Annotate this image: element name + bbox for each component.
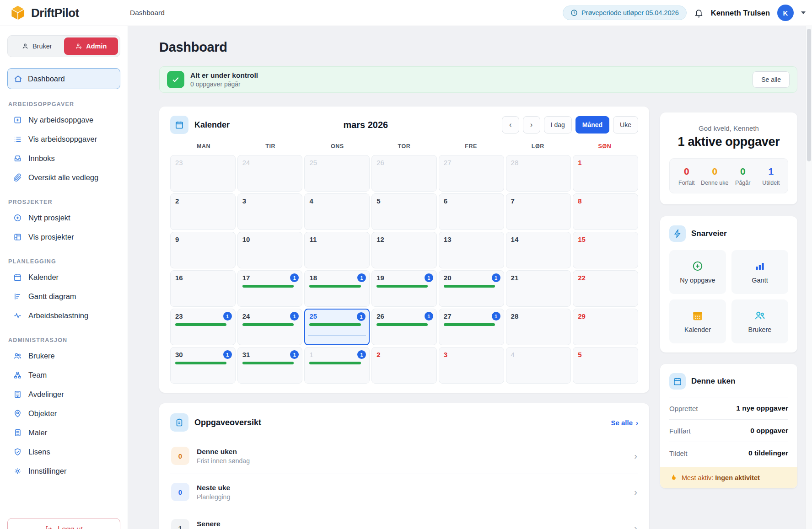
calendar-day-23-adjacent[interactable]: 23 — [170, 155, 236, 192]
this-week-card: Denne uken Opprettet1 nye oppgaverFullfø… — [660, 364, 797, 488]
calendar-day-25-adjacent[interactable]: 25 — [304, 155, 370, 192]
sidebar-item-nytt-prosjekt[interactable]: Nytt prosjekt — [7, 208, 120, 227]
calendar-day-14[interactable]: 14 — [506, 232, 571, 268]
sidebar-section-title: ADMINISTRASJON — [8, 337, 120, 343]
avatar[interactable]: K — [777, 5, 794, 21]
calendar-day-5[interactable]: 5 — [371, 193, 437, 230]
calendar-day-18[interactable]: 181 — [304, 270, 370, 307]
calendar-day-8[interactable]: 8 — [573, 193, 638, 230]
shortcut-gantt[interactable]: Gantt — [731, 250, 788, 294]
calendar-day-21[interactable]: 21 — [506, 270, 571, 307]
calendar-day-31[interactable]: 311 — [237, 347, 303, 384]
calendar-day-4[interactable]: 4 — [304, 193, 370, 230]
sidebar-item-lisens[interactable]: Lisens — [7, 442, 120, 461]
calendar-day-22[interactable]: 22 — [573, 270, 638, 307]
calendar-weekday-row: MANTIRONSTORFRELØRSØN — [170, 143, 638, 150]
calendar-day-1[interactable]: 1 — [573, 155, 638, 192]
calendar-day-27[interactable]: 271 — [439, 309, 504, 345]
calendar-day-23[interactable]: 231 — [170, 309, 236, 345]
calendar-day-2[interactable]: 2 — [170, 193, 236, 230]
sidebar-item-arbeidsbelastning[interactable]: Arbeidsbelastning — [7, 306, 120, 325]
sidebar-item-team[interactable]: Team — [7, 365, 120, 385]
shortcut-kalender[interactable]: Kalender — [669, 299, 726, 343]
sidebar-item-brukere[interactable]: Brukere — [7, 346, 120, 365]
calendar-day-25[interactable]: 251 — [304, 309, 370, 345]
calendar-day-20[interactable]: 201 — [439, 270, 504, 307]
task-duration-bar — [444, 285, 495, 288]
calendar-day-11[interactable]: 11 — [304, 232, 370, 268]
calendar-day-26[interactable]: 261 — [371, 309, 437, 345]
sidebar-item-objekter[interactable]: Objekter — [7, 404, 120, 423]
task-overview-row-senere[interactable]: 1SenereFremtidige oppgaver› — [170, 510, 638, 529]
sidebar-item-dashboard[interactable]: Dashboard — [7, 68, 120, 89]
calendar-day-24[interactable]: 241 — [237, 309, 303, 345]
brand-logo[interactable]: DriftPilot — [9, 4, 124, 21]
calendar-day-4-adjacent[interactable]: 4 — [506, 347, 571, 384]
calendar-day-7[interactable]: 7 — [506, 193, 571, 230]
sidebar-item-innboks[interactable]: Innboks — [7, 149, 120, 168]
calendar-day-3[interactable]: 3 — [237, 193, 303, 230]
sidebar-item-ny-arbeidsoppgave[interactable]: Ny arbeidsoppgave — [7, 110, 120, 129]
sidebar-item-maler[interactable]: Maler — [7, 423, 120, 442]
calendar-day-16[interactable]: 16 — [170, 270, 236, 307]
stat-utildelt: 1Utildelt — [757, 166, 785, 187]
calendar-day-27-adjacent[interactable]: 27 — [439, 155, 504, 192]
day-number: 7 — [511, 197, 566, 205]
calendar-month-view-button[interactable]: Måned — [575, 116, 609, 134]
task-overview-see-all-link[interactable]: Se alle › — [611, 419, 638, 427]
banner-subtitle: 0 oppgaver pågår — [190, 80, 258, 88]
sidebar-item-gantt-diagram[interactable]: Gantt diagram — [7, 287, 120, 306]
shortcuts-card: Snarveier Ny oppgaveGanttKalenderBrukere — [660, 216, 797, 353]
task-overview-row-neste-uke[interactable]: 0Neste ukePlanlegging› — [170, 474, 638, 510]
calendar-day-5[interactable]: 5 — [573, 347, 638, 384]
calendar-day-24-adjacent[interactable]: 24 — [237, 155, 303, 192]
role-toggle-bruker[interactable]: Bruker — [10, 37, 64, 55]
calendar-day-6[interactable]: 6 — [439, 193, 504, 230]
calendar-day-13[interactable]: 13 — [439, 232, 504, 268]
calendar-day-28-adjacent[interactable]: 28 — [506, 155, 571, 192]
task-duration-bar — [309, 285, 360, 288]
sidebar-item-avdelinger[interactable]: Avdelinger — [7, 385, 120, 404]
calendar-day-17[interactable]: 171 — [237, 270, 303, 307]
sidebar-item-oversikt-alle-vedlegg[interactable]: Oversikt alle vedlegg — [7, 168, 120, 187]
bell-icon — [694, 8, 704, 18]
check-icon — [167, 71, 184, 88]
calendar-day-10[interactable]: 10 — [237, 232, 303, 268]
calendar-day-19[interactable]: 191 — [371, 270, 437, 307]
scrollbar[interactable] — [806, 26, 812, 529]
sidebar-item-kalender[interactable]: Kalender — [7, 267, 120, 287]
calendar-day-26-adjacent[interactable]: 26 — [371, 155, 437, 192]
calendar-day-28[interactable]: 28 — [506, 309, 571, 345]
calendar-prev-button[interactable]: ‹ — [502, 116, 519, 134]
calendar-day-1-adjacent[interactable]: 11 — [304, 347, 370, 384]
calendar-day-3[interactable]: 3 — [439, 347, 504, 384]
calendar-controls: ‹ › I dag Måned Uke — [502, 116, 638, 134]
day-number: 4 — [309, 197, 365, 205]
logout-button[interactable]: Logg ut — [7, 518, 120, 529]
calendar-next-button[interactable]: › — [523, 116, 540, 134]
day-number: 12 — [376, 235, 432, 243]
calendar-week-view-button[interactable]: Uke — [613, 116, 638, 134]
calendar-day-30[interactable]: 301 — [170, 347, 236, 384]
shortcut-brukere[interactable]: Brukere — [731, 299, 788, 343]
sidebar-item-vis-arbeidsoppgaver[interactable]: Vis arbeidsoppgaver — [7, 129, 120, 149]
calendar-day-15[interactable]: 15 — [573, 232, 638, 268]
calendar-day-29[interactable]: 29 — [573, 309, 638, 345]
logout-label: Logg ut — [58, 525, 83, 529]
calendar-day-2[interactable]: 2 — [371, 347, 437, 384]
notifications-button[interactable] — [694, 8, 704, 18]
task-overview-row-denne-uken[interactable]: 0Denne ukenFrist innen søndag› — [170, 438, 638, 474]
chevron-down-icon[interactable] — [801, 11, 806, 14]
banner-see-all-button[interactable]: Se alle — [753, 71, 790, 88]
breadcrumb[interactable]: Dashboard — [130, 9, 165, 17]
calendar-day-9[interactable]: 9 — [170, 232, 236, 268]
role-toggle-admin[interactable]: Admin — [64, 37, 118, 55]
sidebar-item-innstillinger[interactable]: Innstillinger — [7, 461, 120, 481]
calendar-today-button[interactable]: I dag — [544, 116, 572, 134]
shortcut-ny-oppgave[interactable]: Ny oppgave — [669, 250, 726, 294]
gantt-icon — [13, 292, 22, 301]
scrollbar-thumb[interactable] — [807, 29, 811, 161]
calendar-day-12[interactable]: 12 — [371, 232, 437, 268]
sidebar-item-vis-prosjekter[interactable]: Vis prosjekter — [7, 227, 120, 246]
plus-circle-icon — [13, 214, 22, 222]
